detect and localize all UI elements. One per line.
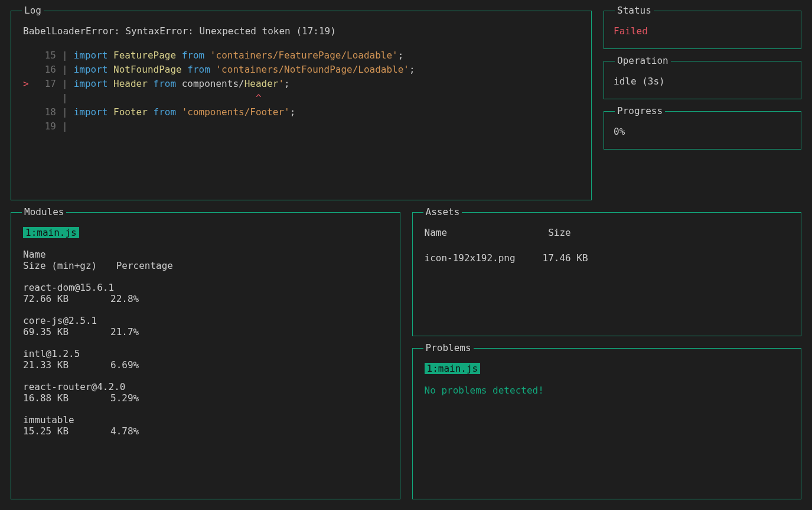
operation-value: idle (3s): [614, 76, 791, 87]
code-content: import NotFoundPage from 'containers/Not…: [74, 63, 415, 77]
module-percentage: 21.7%: [110, 326, 139, 337]
gutter-divider: |: [56, 63, 74, 77]
asset-name: icon-192x192.png: [425, 252, 543, 264]
log-panel: Log BabelLoaderError: SyntaxError: Unexp…: [11, 11, 592, 200]
line-number: 18: [37, 105, 56, 119]
module-row: intl@1.2.521.33 KB6.69%: [23, 348, 388, 371]
code-line: 18|import Footer from 'components/Footer…: [23, 105, 579, 119]
module-name: react-dom@15.6.1: [23, 282, 388, 293]
modules-panel: Modules 1:main.js Name Size (min+gz) Per…: [11, 212, 400, 500]
module-row: react-dom@15.6.172.66 KB22.8%: [23, 282, 388, 304]
module-row: core-js@2.5.169.35 KB21.7%: [23, 315, 388, 337]
module-size: 72.66 KB: [23, 293, 110, 304]
module-percentage: 6.69%: [110, 359, 139, 371]
assets-header-size: Size: [548, 227, 571, 238]
problems-tag[interactable]: 1:main.js: [425, 363, 481, 374]
modules-title: Modules: [22, 206, 66, 217]
gutter-divider: |: [56, 91, 74, 105]
gutter-divider: |: [56, 77, 74, 91]
assets-header-name: Name: [425, 227, 543, 238]
code-block: 15|import FeaturePage from 'containers/F…: [23, 48, 579, 134]
problems-message: No problems detected!: [425, 385, 790, 396]
line-number: 15: [37, 48, 56, 63]
modules-header-pct: Percentage: [116, 260, 173, 271]
gutter-divider: |: [56, 48, 74, 63]
line-number: 19: [37, 119, 56, 134]
code-content: ^: [74, 91, 262, 105]
line-number: 17: [37, 77, 56, 91]
code-line: 19|: [23, 119, 579, 134]
code-line: 16|import NotFoundPage from 'containers/…: [23, 63, 579, 77]
modules-header-name: Name: [23, 249, 46, 260]
status-panel: Status Failed: [604, 11, 801, 49]
module-name: react-router@4.2.0: [23, 381, 388, 392]
gutter-marker: >: [23, 77, 37, 91]
error-header: BabelLoaderError: SyntaxError: Unexpecte…: [23, 25, 579, 37]
asset-row: icon-192x192.png17.46 KB: [425, 252, 790, 264]
problems-title: Problems: [423, 342, 474, 353]
module-row: immutable15.25 KB4.78%: [23, 414, 388, 437]
assets-header-row: Name Size: [425, 227, 790, 238]
modules-header-row: Name Size (min+gz) Percentage: [23, 249, 388, 271]
problems-panel: Problems 1:main.js No problems detected!: [412, 348, 802, 500]
assets-panel: Assets Name Size icon-192x192.png17.46 K…: [412, 212, 802, 336]
module-percentage: 5.29%: [110, 392, 139, 404]
module-name: core-js@2.5.1: [23, 315, 388, 326]
module-percentage: 4.78%: [110, 425, 139, 437]
modules-tag[interactable]: 1:main.js: [23, 227, 79, 238]
code-content: import Header from components/Header';: [74, 77, 290, 91]
module-name: intl@1.2.5: [23, 348, 388, 359]
progress-value: 0%: [614, 126, 791, 137]
module-row: react-router@4.2.016.88 KB5.29%: [23, 381, 388, 404]
module-size: 21.33 KB: [23, 359, 110, 371]
progress-panel: Progress 0%: [604, 111, 801, 150]
gutter-divider: |: [56, 119, 74, 134]
modules-header-size: Size (min+gz): [23, 260, 110, 271]
code-line: | ^: [23, 91, 579, 105]
code-line: 15|import FeaturePage from 'containers/F…: [23, 48, 579, 63]
code-line: >17|import Header from components/Header…: [23, 77, 579, 91]
operation-title: Operation: [615, 55, 671, 66]
gutter-divider: |: [56, 105, 74, 119]
assets-title: Assets: [423, 206, 462, 217]
module-size: 15.25 KB: [23, 425, 110, 437]
module-name: immutable: [23, 414, 388, 425]
code-content: import FeaturePage from 'containers/Feat…: [74, 48, 404, 63]
status-value: Failed: [614, 25, 791, 37]
log-title: Log: [22, 5, 44, 16]
status-title: Status: [615, 5, 654, 16]
operation-panel: Operation idle (3s): [604, 61, 801, 99]
module-size: 16.88 KB: [23, 392, 110, 404]
progress-title: Progress: [615, 105, 665, 116]
line-number: 16: [37, 63, 56, 77]
module-percentage: 22.8%: [110, 293, 139, 304]
asset-size: 17.46 KB: [543, 252, 588, 264]
module-size: 69.35 KB: [23, 326, 110, 337]
code-content: import Footer from 'components/Footer';: [74, 105, 296, 119]
